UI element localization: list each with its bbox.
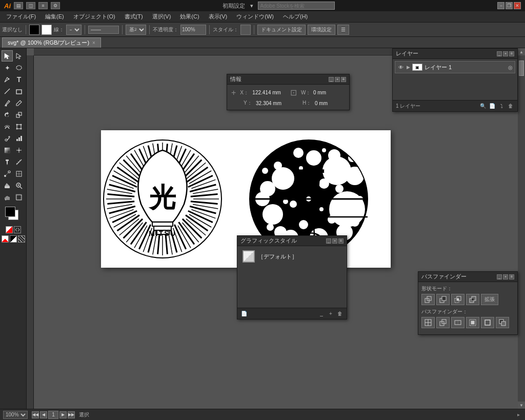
style-preview[interactable] xyxy=(240,25,251,35)
graphics-panel-header[interactable]: グラフィックスタイル _ × ≡ xyxy=(237,236,347,246)
next-button[interactable]: ▶ xyxy=(59,411,67,418)
pen-tool[interactable] xyxy=(2,74,13,85)
menu-window[interactable]: ウィンドウ(W) xyxy=(232,12,278,22)
default-colors-icon[interactable] xyxy=(6,226,13,233)
fill-swatch[interactable] xyxy=(29,25,39,35)
unite-button[interactable] xyxy=(421,294,435,305)
trim-button[interactable] xyxy=(436,317,450,328)
env-settings-button[interactable]: 環境設定 xyxy=(308,25,335,35)
swap-colors-icon[interactable] xyxy=(14,226,21,233)
eraser-tool[interactable] xyxy=(2,180,13,191)
color-mode-icon[interactable] xyxy=(2,235,9,243)
stroke-swatch[interactable] xyxy=(42,25,52,35)
outline-button[interactable] xyxy=(481,317,494,328)
divide-button[interactable] xyxy=(421,317,435,328)
scroll-up-arrow[interactable]: ▲ xyxy=(518,48,525,55)
info-panel-menu[interactable]: ≡ xyxy=(341,77,346,82)
extra-button[interactable]: ☰ xyxy=(337,25,349,35)
close-button[interactable]: ✕ xyxy=(514,2,521,9)
info-panel-header[interactable]: 情報 _ × ≡ xyxy=(227,74,349,85)
graphics-panel-menu[interactable]: ≡ xyxy=(338,238,344,244)
gradient-tool[interactable] xyxy=(2,145,13,156)
menu-edit[interactable]: 編集(E) xyxy=(41,12,68,22)
scroll-down-arrow[interactable]: ▼ xyxy=(518,402,525,409)
next-page-button[interactable]: ▶▶ xyxy=(68,411,75,418)
document-tab[interactable]: svg* @ 100% (RGB/プレビュー) × xyxy=(2,37,101,48)
type-tool[interactable]: T xyxy=(13,74,25,85)
menu-effect[interactable]: 効果(C) xyxy=(176,12,203,22)
menu-select[interactable]: 選択(V) xyxy=(148,12,175,22)
free-transform-tool[interactable] xyxy=(13,121,25,132)
intersect-button[interactable] xyxy=(451,294,465,305)
magic-wand-tool[interactable]: ✦ xyxy=(2,62,13,73)
graphics-panel-minimize[interactable]: _ xyxy=(326,238,331,244)
prev-button[interactable]: ◀ xyxy=(40,411,47,418)
graphics-add-icon[interactable]: + xyxy=(327,310,334,317)
layer-visibility-icon[interactable]: 👁 xyxy=(397,64,405,71)
layer-expand-icon[interactable]: ▶ xyxy=(407,65,410,70)
graph-tool[interactable] xyxy=(13,133,25,144)
eyedropper-tool[interactable] xyxy=(2,156,13,168)
layers-panel-close[interactable]: × xyxy=(503,51,508,56)
measure-tool[interactable] xyxy=(13,156,25,168)
pathfinder-menu[interactable]: ≡ xyxy=(509,274,514,279)
minus-front-button[interactable] xyxy=(436,294,450,305)
no-fill-icon[interactable] xyxy=(18,235,25,243)
lasso-tool[interactable] xyxy=(13,62,25,73)
fill-color-box[interactable] xyxy=(5,207,15,217)
info-panel-close[interactable]: × xyxy=(335,77,340,82)
direct-select-tool[interactable] xyxy=(13,50,25,62)
toolbar-icon-3[interactable]: ≡ xyxy=(38,2,48,9)
pathfinder-panel-header[interactable]: パスファインダー _ × ≡ xyxy=(418,272,517,282)
toolbar-icon-1[interactable]: ▤ xyxy=(14,2,23,9)
tab-close-button[interactable]: × xyxy=(92,40,95,46)
graphics-link-icon[interactable]: ⎯ xyxy=(318,310,325,317)
layers-panel-minimize[interactable]: _ xyxy=(497,51,502,56)
gradient-mode-icon[interactable] xyxy=(10,235,17,243)
menu-view[interactable]: 表示(V) xyxy=(205,12,232,22)
graphics-delete-icon[interactable]: 🗑 xyxy=(336,310,344,317)
layer-delete-icon[interactable]: 🗑 xyxy=(507,103,514,110)
rotate-tool[interactable] xyxy=(2,109,13,121)
menu-file[interactable]: ファイル(F) xyxy=(2,12,40,22)
scroll-thumb[interactable] xyxy=(519,61,524,76)
select-tool[interactable] xyxy=(2,50,13,62)
layer-item[interactable]: 👁 ▶ ▣ レイヤー 1 ◎ xyxy=(395,61,515,73)
scale-tool[interactable] xyxy=(13,109,25,121)
opacity-input[interactable] xyxy=(180,25,206,35)
rect-tool[interactable] xyxy=(13,86,25,97)
layers-panel-menu[interactable]: ≡ xyxy=(509,51,514,56)
vertical-scrollbar[interactable]: ▲ ▼ xyxy=(518,48,525,409)
layer-new-icon[interactable]: 📄 xyxy=(489,103,496,110)
merge-button[interactable] xyxy=(451,317,465,328)
menu-help[interactable]: ヘルプ(H) xyxy=(279,12,312,22)
warp-tool[interactable] xyxy=(2,121,13,132)
menu-object[interactable]: オブジェクト(O) xyxy=(69,12,119,22)
exclude-button[interactable] xyxy=(466,294,479,305)
color-swatch-area[interactable] xyxy=(5,207,22,223)
stroke-style[interactable]: —— xyxy=(88,26,119,34)
pathfinder-minimize[interactable]: _ xyxy=(497,274,502,279)
info-panel-minimize[interactable]: _ xyxy=(329,77,334,82)
stroke-select[interactable]: — xyxy=(66,25,82,35)
slice-tool[interactable] xyxy=(13,168,25,179)
layer-lock-icon[interactable]: ◎ xyxy=(508,65,513,70)
hand-tool[interactable] xyxy=(2,192,13,203)
zoom-select[interactable]: 100% xyxy=(3,411,28,419)
line-tool[interactable] xyxy=(2,86,13,97)
layer-move-icon[interactable]: ⤵ xyxy=(498,103,505,110)
doc-settings-button[interactable]: ドキュメント設定 xyxy=(257,25,306,35)
crop-button[interactable] xyxy=(466,317,479,328)
graphics-panel-close[interactable]: × xyxy=(332,238,337,244)
print-tiling-tool[interactable] xyxy=(13,192,25,203)
default-style-item[interactable]: ［デフォルト］ xyxy=(240,249,344,264)
prev-page-button[interactable]: ◀◀ xyxy=(32,411,39,418)
paintbrush-tool[interactable] xyxy=(2,97,13,109)
menu-type[interactable]: 書式(T) xyxy=(120,12,147,22)
toolbar-icon-4[interactable]: ⚙ xyxy=(51,2,60,9)
minimize-button[interactable]: － xyxy=(497,2,504,9)
expand-button[interactable]: 拡張 xyxy=(481,294,498,305)
layer-search-icon[interactable]: 🔍 xyxy=(479,103,487,110)
toolbar-icon-2[interactable]: ◫ xyxy=(26,2,35,9)
minus-back-button[interactable] xyxy=(496,317,509,328)
